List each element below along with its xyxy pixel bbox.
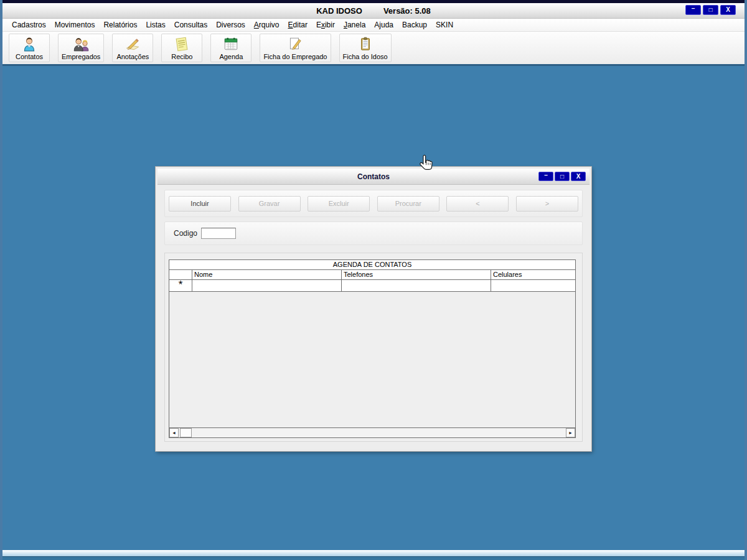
previous-record-button[interactable]: < xyxy=(446,196,509,212)
dialog-maximize-button[interactable]: □ xyxy=(555,172,570,181)
toolbar-label: Ficha do Empregado xyxy=(263,53,327,60)
main-window-controls: – □ X xyxy=(685,5,736,15)
person-icon xyxy=(21,35,37,52)
telefones-cell[interactable] xyxy=(342,280,491,291)
contatos-window-controls: – □ X xyxy=(538,172,586,181)
menu-ajuda[interactable]: Ajuda xyxy=(370,19,398,30)
hand-cursor-icon xyxy=(418,154,435,172)
dialog-minimize-button[interactable]: – xyxy=(538,172,553,181)
desktop: KAD IDOSO Versão: 5.08 – □ X Cadastros M… xyxy=(0,0,747,560)
app-version: Versão: 5.08 xyxy=(383,6,431,16)
grid-header-indicator xyxy=(169,270,192,279)
contatos-window-title: Contatos xyxy=(357,172,390,181)
menu-movimentos[interactable]: Movimentos xyxy=(50,19,100,30)
next-record-button[interactable]: > xyxy=(516,196,578,212)
contatos-window: Contatos – □ X Incluir Gravar Excluir Pr… xyxy=(156,167,591,451)
app-title: KAD IDOSO xyxy=(316,6,362,16)
pencil-note-icon xyxy=(125,35,141,52)
maximize-button[interactable]: □ xyxy=(703,5,718,15)
procurar-button[interactable]: Procurar xyxy=(377,196,439,212)
main-titlebar: KAD IDOSO Versão: 5.08 – □ X xyxy=(2,3,745,19)
menu-diversos[interactable]: Diversos xyxy=(212,19,250,30)
toolbar-label: Ficha do Idoso xyxy=(343,53,388,60)
menu-skin[interactable]: SKIN xyxy=(431,19,458,30)
receipt-icon xyxy=(174,35,190,52)
nome-cell[interactable] xyxy=(192,280,342,291)
grid-header-celulares: Celulares xyxy=(491,270,575,279)
action-button-panel: Incluir Gravar Excluir Procurar < > xyxy=(164,190,583,217)
window-bottom-edge xyxy=(2,550,745,560)
scroll-left-arrow-icon[interactable]: ◄ xyxy=(169,428,179,437)
people-icon xyxy=(73,35,89,52)
menu-backup[interactable]: Backup xyxy=(398,19,431,30)
toolbar-ficha-empregado-button[interactable]: Ficha do Empregado xyxy=(260,34,331,62)
toolbar-label: Agenda xyxy=(219,53,243,60)
toolbar-recibo-button[interactable]: Recibo xyxy=(161,34,202,62)
document-pencil-icon xyxy=(287,35,303,52)
toolbar-empregados-button[interactable]: Empregados xyxy=(58,34,104,62)
grid-title: AGENDA DE CONTATOS xyxy=(169,260,575,270)
main-title: KAD IDOSO Versão: 5.08 xyxy=(316,6,431,16)
dialog-close-button[interactable]: X xyxy=(571,172,586,181)
menu-exibir[interactable]: Exibir xyxy=(312,19,339,30)
toolbar-label: Contatos xyxy=(16,53,43,60)
grid-header-row: Nome Telefones Celulares xyxy=(169,270,575,280)
clipboard-icon xyxy=(357,35,374,52)
menu-listas[interactable]: Listas xyxy=(141,19,169,30)
toolbar-label: Recibo xyxy=(171,53,192,60)
scroll-right-arrow-icon[interactable]: ► xyxy=(566,428,575,437)
toolbar-contatos-button[interactable]: Contatos xyxy=(9,34,50,62)
grid-panel: AGENDA DE CONTATOS Nome Telefones Celula… xyxy=(164,253,583,442)
menu-bar: Cadastros Movimentos Relatórios Listas C… xyxy=(2,19,745,32)
toolbar-label: Anotações xyxy=(116,53,149,60)
contacts-grid: AGENDA DE CONTATOS Nome Telefones Celula… xyxy=(169,259,576,438)
close-button[interactable]: X xyxy=(720,5,736,15)
record-indicator-cell: * xyxy=(169,280,192,291)
grid-header-telefones: Telefones xyxy=(342,270,491,279)
celulares-cell[interactable] xyxy=(491,280,575,291)
codigo-panel: Codigo xyxy=(164,222,583,245)
grid-horizontal-scrollbar[interactable]: ◄ ► xyxy=(169,427,575,437)
scrollbar-thumb[interactable] xyxy=(180,428,192,437)
toolbar: Contatos Empregados xyxy=(2,32,745,66)
menu-consultas[interactable]: Consultas xyxy=(170,19,212,30)
incluir-button[interactable]: Incluir xyxy=(169,196,231,212)
contatos-body: Incluir Gravar Excluir Procurar < > Codi… xyxy=(157,185,590,449)
mdi-client-area: Contatos – □ X Incluir Gravar Excluir Pr… xyxy=(2,66,745,550)
codigo-input[interactable] xyxy=(201,228,236,239)
grid-empty-area xyxy=(169,292,575,427)
toolbar-ficha-idoso-button[interactable]: Ficha do Idoso xyxy=(339,34,392,62)
contatos-titlebar[interactable]: Contatos – □ X xyxy=(157,169,590,185)
menu-editar[interactable]: Editar xyxy=(284,19,312,30)
grid-new-record-row[interactable]: * xyxy=(169,280,575,292)
toolbar-label: Empregados xyxy=(62,53,100,60)
excluir-button[interactable]: Excluir xyxy=(308,196,370,212)
grid-header-nome: Nome xyxy=(192,270,342,279)
new-record-asterisk: * xyxy=(169,280,192,289)
gravar-button[interactable]: Gravar xyxy=(238,196,301,212)
menu-cadastros[interactable]: Cadastros xyxy=(7,19,50,30)
minimize-button[interactable]: – xyxy=(685,5,701,15)
main-window: KAD IDOSO Versão: 5.08 – □ X Cadastros M… xyxy=(0,0,747,560)
toolbar-agenda-button[interactable]: Agenda xyxy=(210,34,251,62)
menu-relatorios[interactable]: Relatórios xyxy=(99,19,141,30)
menu-arquivo[interactable]: Arquivo xyxy=(250,19,284,30)
calendar-icon xyxy=(223,35,239,52)
toolbar-anotacoes-button[interactable]: Anotações xyxy=(112,34,153,62)
codigo-label: Codigo xyxy=(174,229,197,238)
menu-janela[interactable]: Janela xyxy=(339,19,370,30)
